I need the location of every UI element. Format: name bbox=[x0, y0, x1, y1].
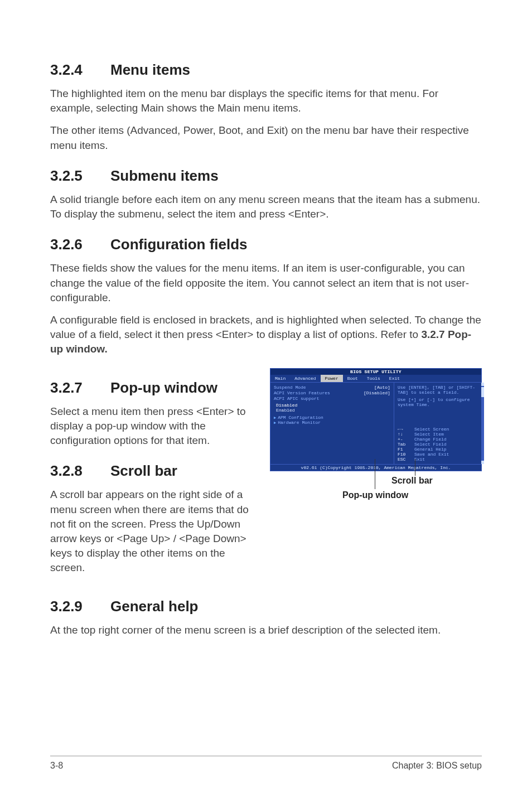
callout-popup-label: Pop-up window bbox=[342, 490, 408, 500]
bios-help-text: Use [+] or [-] to configure system Time. bbox=[398, 397, 478, 407]
paragraph: Select a menu item then press <Enter> to… bbox=[50, 404, 257, 448]
bios-key-desc: General Help bbox=[414, 447, 447, 452]
callout-line-icon bbox=[375, 459, 375, 489]
paragraph: At the top right corner of the menu scre… bbox=[50, 623, 482, 637]
paragraph: A solid triangle before each item on any… bbox=[50, 192, 482, 221]
bios-tab-bar: Main Advanced Power Boot Tools Exit bbox=[270, 375, 481, 382]
bios-item-label: ACPI Version Features bbox=[274, 390, 330, 396]
bios-item-value: [Auto] bbox=[374, 385, 390, 390]
bios-item-row: ACPI Version Features[Disabled] bbox=[274, 390, 390, 396]
bios-key: +- bbox=[398, 437, 414, 442]
heading-number: 3.2.7 bbox=[50, 379, 110, 397]
bios-key-desc: Change Field bbox=[414, 437, 447, 442]
bios-scrollbar-illustration bbox=[481, 383, 484, 464]
page-number: 3-8 bbox=[50, 761, 63, 771]
bios-popup-window: Disabled Enabled bbox=[274, 403, 390, 413]
bios-key: ESC bbox=[398, 457, 414, 462]
bios-tab-tools: Tools bbox=[362, 375, 385, 382]
heading-328: 3.2.8Scroll bar bbox=[50, 462, 257, 480]
bios-item-label: Suspend Mode bbox=[274, 385, 306, 390]
heading-title: Configuration fields bbox=[110, 236, 248, 253]
heading-title: General help bbox=[110, 598, 199, 615]
heading-number: 3.2.5 bbox=[50, 167, 110, 185]
chapter-title: Chapter 3: BIOS setup bbox=[392, 761, 482, 771]
bios-help-text: Use [ENTER], [TAB] or [SHIFT-TAB] to sel… bbox=[398, 385, 478, 395]
paragraph: The other items (Advanced, Power, Boot, … bbox=[50, 123, 482, 152]
figure-column: BIOS SETUP UTILITY Main Advanced Power B… bbox=[270, 365, 482, 510]
paragraph: A configurable field is enclosed in brac… bbox=[50, 313, 482, 357]
bios-key: F1 bbox=[398, 447, 414, 452]
bios-right-pane: Use [ENTER], [TAB] or [SHIFT-TAB] to sel… bbox=[394, 383, 481, 464]
heading-title: Menu items bbox=[110, 61, 190, 78]
heading-number: 3.2.6 bbox=[50, 236, 110, 253]
bios-key: Tab bbox=[398, 442, 414, 447]
heading-326: 3.2.6Configuration fields bbox=[50, 236, 482, 253]
heading-number: 3.2.9 bbox=[50, 598, 110, 615]
text-column: 3.2.7Pop-up window Select a menu item th… bbox=[50, 365, 257, 583]
bios-nav-row: ↑↓Select Item bbox=[398, 432, 478, 437]
heading-title: Submenu items bbox=[110, 167, 219, 184]
bios-key: ↑↓ bbox=[398, 432, 414, 437]
bios-popup-option: Enabled bbox=[274, 408, 390, 413]
bios-body: Suspend Mode[Auto] ACPI Version Features… bbox=[270, 382, 481, 465]
bios-tab-main: Main bbox=[270, 375, 290, 382]
document-page: 3.2.4Menu items The highlighted item on … bbox=[0, 0, 532, 802]
bios-submenu-item: APM Configuration bbox=[274, 415, 390, 420]
paragraph-text: A configurable field is enclosed in brac… bbox=[50, 314, 481, 340]
bios-key-desc: Select Item bbox=[414, 432, 444, 437]
heading-number: 3.2.4 bbox=[50, 61, 110, 79]
bios-key-desc: Select Field bbox=[414, 442, 447, 447]
bios-tab-exit: Exit bbox=[385, 375, 404, 382]
bios-key-desc: Exit bbox=[414, 457, 425, 462]
paragraph: A scroll bar appears on the right side o… bbox=[50, 487, 257, 575]
bios-key: F10 bbox=[398, 452, 414, 457]
bios-title-bar: BIOS SETUP UTILITY bbox=[270, 369, 481, 375]
bios-item-row: ACPI APIC support bbox=[274, 396, 390, 402]
bios-item-value: [Disabled] bbox=[364, 390, 390, 396]
bios-key: ←→ bbox=[398, 427, 414, 432]
bios-tab-power: Power bbox=[321, 375, 343, 382]
bios-nav-row: ESCExit bbox=[398, 457, 478, 462]
bios-tab-boot: Boot bbox=[343, 375, 362, 382]
callout-scrollbar-label: Scroll bar bbox=[391, 476, 433, 486]
paragraph: The highlighted item on the menu bar dis… bbox=[50, 86, 482, 115]
heading-title: Scroll bar bbox=[110, 462, 177, 479]
page-footer: 3-8 Chapter 3: BIOS setup bbox=[50, 756, 482, 771]
paragraph: These fields show the values for the men… bbox=[50, 261, 482, 305]
bios-nav-row: +-Change Field bbox=[398, 437, 478, 442]
heading-title: Pop-up window bbox=[110, 379, 217, 396]
heading-325: 3.2.5Submenu items bbox=[50, 167, 482, 185]
bios-nav-row: ←→Select Screen bbox=[398, 427, 478, 432]
heading-324: 3.2.4Menu items bbox=[50, 61, 482, 79]
bios-nav-row: F10Save and Exit bbox=[398, 452, 478, 457]
bios-left-pane: Suspend Mode[Auto] ACPI Version Features… bbox=[270, 383, 394, 464]
bios-key-desc: Select Screen bbox=[414, 427, 449, 432]
bios-item-row: Suspend Mode[Auto] bbox=[274, 385, 390, 390]
bios-submenu-item: Hardware Monitor bbox=[274, 420, 390, 425]
bios-key-desc: Save and Exit bbox=[414, 452, 449, 457]
heading-number: 3.2.8 bbox=[50, 462, 110, 480]
bios-screenshot-illustration: BIOS SETUP UTILITY Main Advanced Power B… bbox=[270, 368, 482, 471]
heading-327: 3.2.7Pop-up window bbox=[50, 379, 257, 397]
heading-329: 3.2.9General help bbox=[50, 598, 482, 615]
bios-nav-row: F1General Help bbox=[398, 447, 478, 452]
bios-item-label: ACPI APIC support bbox=[274, 396, 320, 402]
bios-popup-option: Disabled bbox=[274, 403, 390, 408]
bios-copyright-footer: v02.61 (C)Copyright 1985-2010, American … bbox=[270, 465, 481, 471]
two-column-row: 3.2.7Pop-up window Select a menu item th… bbox=[50, 365, 482, 583]
callout-line-icon bbox=[415, 459, 415, 476]
figure-callouts: Scroll bar Pop-up window bbox=[270, 471, 482, 510]
bios-nav-row: TabSelect Field bbox=[398, 442, 478, 447]
bios-nav-keys: ←→Select Screen ↑↓Select Item +-Change F… bbox=[398, 427, 478, 462]
bios-tab-advanced: Advanced bbox=[290, 375, 320, 382]
